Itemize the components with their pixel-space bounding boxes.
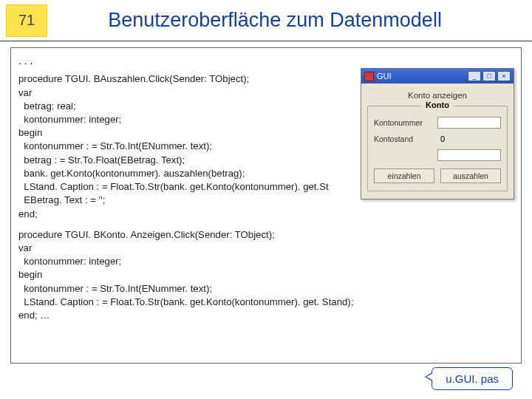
minimize-button[interactable]: _ — [468, 71, 481, 81]
slide-header: 71 Benutzeroberfläche zum Datenmodell — [0, 0, 532, 41]
auszahlen-button[interactable]: auszahlen — [440, 168, 501, 183]
filename-callout: u.GUI. pas — [432, 367, 513, 390]
label-kontonummer: Kontonummer — [374, 118, 433, 127]
leading-ellipsis: . . . — [18, 54, 514, 68]
window-title: GUI — [377, 72, 468, 81]
value-kontostand: 0 — [437, 133, 501, 145]
window-body: Konto anzeigen Konto Kontonummer Kontost… — [361, 83, 514, 199]
window-titlebar[interactable]: GUI _ □ × — [361, 69, 514, 83]
maximize-button[interactable]: □ — [482, 71, 496, 81]
input-betrag[interactable] — [437, 149, 501, 161]
slide-title: Benutzeroberfläche zum Datenmodell — [47, 9, 532, 32]
app-icon — [364, 72, 374, 81]
input-kontonummer[interactable] — [437, 117, 501, 129]
embedded-gui-window: GUI _ □ × Konto anzeigen Konto Kontonumm… — [361, 68, 514, 200]
code-block-2: procedure TGUI. BKonto. Anzeigen.Click(S… — [18, 228, 514, 323]
top-action-label[interactable]: Konto anzeigen — [367, 91, 508, 100]
einzahlen-button[interactable]: einzahlen — [374, 168, 434, 183]
konto-groupbox: Konto Kontonummer Kontostand 0 einzahlen… — [367, 106, 508, 191]
label-kontostand: Kontostand — [374, 134, 433, 143]
close-button[interactable]: × — [497, 71, 511, 81]
groupbox-legend: Konto — [421, 100, 454, 109]
slide-number-badge: 71 — [6, 4, 47, 37]
